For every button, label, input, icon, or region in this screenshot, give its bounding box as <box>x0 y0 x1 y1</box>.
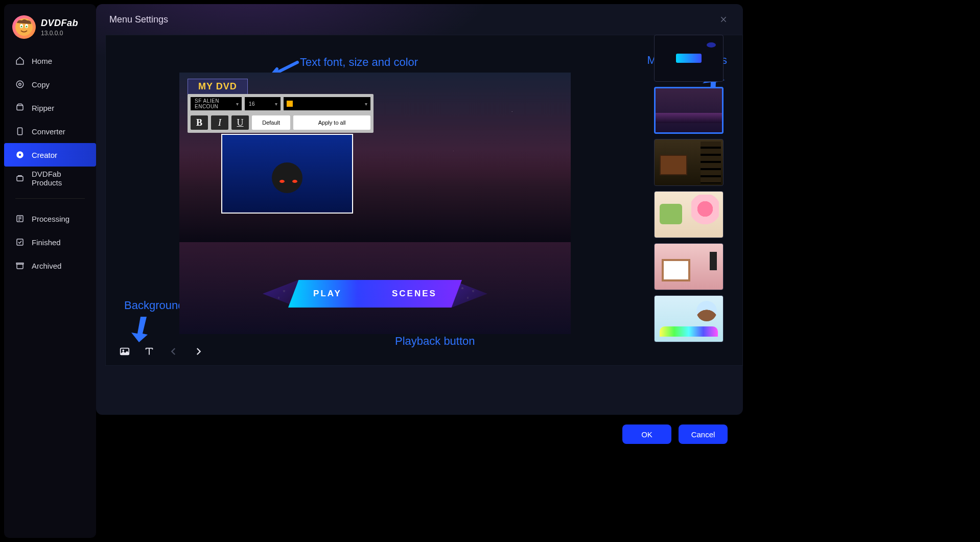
modal-footer: OK Cancel <box>96 419 743 450</box>
svg-point-4 <box>26 26 28 28</box>
svg-point-3 <box>21 26 22 28</box>
prev-page-button <box>167 345 180 358</box>
right-padding <box>745 0 980 542</box>
chevron-down-icon: ▾ <box>236 101 239 107</box>
font-color-select[interactable]: ▾ <box>284 97 370 110</box>
sidebar-item-archived[interactable]: Archived <box>4 254 96 277</box>
menu-canvas: Text font, size and color Menu templates… <box>105 35 743 366</box>
sidebar-item-creator[interactable]: Creator <box>4 143 96 167</box>
template-thumbnail[interactable] <box>654 295 724 342</box>
sidebar-item-label: Converter <box>32 127 65 136</box>
default-button[interactable]: Default <box>252 115 290 130</box>
ripper-icon <box>15 103 25 112</box>
sidebar-item-label: Ripper <box>32 104 54 112</box>
modal-header: Menu Settings <box>96 4 743 35</box>
brand-block: DVDFab 13.0.0.0 <box>4 15 96 49</box>
svg-point-5 <box>16 81 24 88</box>
modal-title: Menu Settings <box>109 14 168 25</box>
converter-icon <box>15 127 25 136</box>
sidebar-item-home[interactable]: Home <box>4 49 96 73</box>
dvd-title-text[interactable]: MY DVD <box>188 79 248 95</box>
bold-button[interactable]: B <box>191 115 208 130</box>
svg-rect-11 <box>17 176 23 181</box>
play-button-label[interactable]: PLAY <box>313 289 342 299</box>
sidebar-item-label: Creator <box>32 151 57 159</box>
chevron-down-icon: ▾ <box>275 101 278 107</box>
text-toolbar: SF ALIEN ENCOUN▾ 16▾ ▾ B I U Default App… <box>188 94 374 133</box>
template-thumbnail[interactable] <box>654 191 724 238</box>
svg-point-10 <box>19 154 21 156</box>
annotation-text-font: Text font, size and color <box>300 56 418 69</box>
archived-icon <box>15 261 25 270</box>
text-tool-button[interactable] <box>143 345 156 358</box>
template-thumbnail[interactable] <box>654 243 724 290</box>
cancel-button[interactable]: Cancel <box>679 425 728 444</box>
apply-to-all-button[interactable]: Apply to all <box>293 115 370 130</box>
background-image-button[interactable] <box>118 345 131 358</box>
brand-avatar <box>12 15 36 39</box>
template-strip <box>654 35 729 342</box>
copy-icon <box>15 80 25 89</box>
svg-rect-7 <box>17 106 23 110</box>
sidebar-item-label: Copy <box>32 80 50 89</box>
sidebar-separator <box>15 198 85 199</box>
color-swatch <box>287 101 293 107</box>
template-thumbnail[interactable] <box>654 139 724 186</box>
svg-rect-13 <box>17 239 23 245</box>
home-icon <box>15 56 25 65</box>
font-select[interactable]: SF ALIEN ENCOUN▾ <box>191 97 242 110</box>
font-size-select[interactable]: 16▾ <box>245 97 281 110</box>
sidebar-item-label: Processing <box>32 215 69 223</box>
next-page-button[interactable] <box>192 345 205 358</box>
sidebar-item-ripper[interactable]: Ripper <box>4 96 96 120</box>
italic-button[interactable]: I <box>211 115 228 130</box>
svg-marker-18 <box>131 317 148 342</box>
scenes-button-label[interactable]: SCENES <box>392 289 437 299</box>
chevron-down-icon: ▾ <box>365 101 368 107</box>
arrow-icon <box>126 314 152 345</box>
annotation-playback-button: Playback button <box>395 335 475 348</box>
video-thumbnail[interactable] <box>221 134 353 214</box>
products-icon <box>15 174 25 183</box>
sidebar-item-label: Home <box>32 57 52 65</box>
svg-rect-14 <box>17 264 23 269</box>
brand-name: DVDFab <box>41 18 78 29</box>
underline-button[interactable]: U <box>231 115 249 130</box>
template-thumbnail[interactable] <box>654 87 724 134</box>
processing-icon <box>15 214 25 223</box>
svg-rect-8 <box>18 128 22 135</box>
sidebar-item-dvdfab-products[interactable]: DVDFab Products <box>4 167 96 190</box>
sidebar-item-label: Finished <box>32 238 61 247</box>
sidebar: DVDFab 13.0.0.0 Home Copy Ripper Convert… <box>4 4 96 538</box>
sidebar-item-converter[interactable]: Converter <box>4 120 96 143</box>
canvas-toolbar <box>118 345 205 358</box>
finished-icon <box>15 238 25 247</box>
sidebar-item-label: Archived <box>32 262 61 270</box>
playback-bar[interactable]: PLAY SCENES <box>288 280 462 308</box>
sidebar-item-finished[interactable]: Finished <box>4 230 96 254</box>
sidebar-item-label: DVDFab Products <box>32 170 85 187</box>
ok-button[interactable]: OK <box>622 425 671 444</box>
template-thumbnail[interactable] <box>654 35 724 82</box>
close-button[interactable] <box>717 13 730 26</box>
menu-settings-modal: Menu Settings Text font, size and color … <box>96 4 743 415</box>
menu-preview[interactable]: MY DVD SF ALIEN ENCOUN▾ 16▾ ▾ B I U Defa… <box>179 73 571 334</box>
sidebar-item-copy[interactable]: Copy <box>4 73 96 96</box>
creator-icon <box>15 150 25 159</box>
brand-version: 13.0.0.0 <box>41 30 78 37</box>
sidebar-item-processing[interactable]: Processing <box>4 207 96 230</box>
svg-point-6 <box>19 83 21 86</box>
svg-point-21 <box>122 349 124 351</box>
